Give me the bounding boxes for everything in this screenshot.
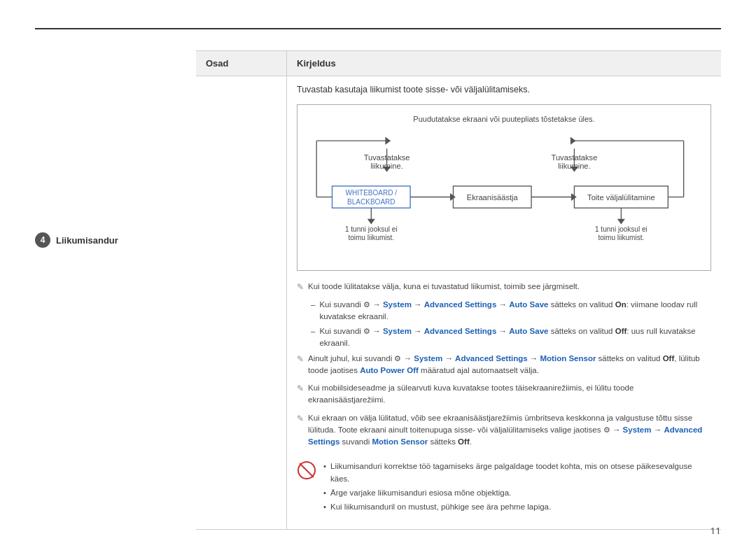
svg-text:WHITEBOARD /: WHITEBOARD / (346, 189, 398, 197)
page-number: 11 (710, 526, 721, 534)
top-line (35, 28, 721, 29)
flow-diagram: Puudutatakse ekraani või puutepliats tõs… (297, 104, 711, 271)
warning-text: • Liikumisanduri korrektse töö tagamisek… (323, 461, 711, 515)
sub-note-1b: – Kui suvandi ⚙ → System → Advanced Sett… (311, 325, 711, 350)
svg-text:toimu liikumist.: toimu liikumist. (348, 234, 394, 241)
sub-note-1a: – Kui suvandi ⚙ → System → Advanced Sett… (311, 299, 711, 323)
col-osad-body (196, 76, 287, 529)
note-text-3: Kui mobiilsideseadme ja sülearvuti kuva … (308, 382, 711, 407)
pencil-icon-1: ✎ (297, 281, 304, 293)
warning-bullet-1: • Liikumisanduri korrektse töö tagamisek… (323, 461, 711, 485)
svg-line-36 (300, 463, 314, 477)
warning-bullet-2: • Ärge varjake liikumisanduri esiosa mõn… (323, 487, 711, 499)
dash-1b: – (311, 325, 315, 337)
note-item-4: ✎ Kui ekraan on välja lülitatud, võib se… (297, 412, 711, 449)
note-item-2: ✎ Ainult juhul, kui suvandi ⚙ → System →… (297, 353, 711, 377)
note-item-1: ✎ Kui toode lülitatakse välja, kuna ei t… (297, 281, 711, 293)
note-text-2: Ainult juhul, kui suvandi ⚙ → System → A… (308, 353, 711, 377)
flow-svg: Tuvastatakse liikumine. Tuvastatakse lii… (309, 133, 699, 258)
sub-note-text-1b: Kui suvandi ⚙ → System → Advanced Settin… (319, 325, 711, 350)
bullet-dot-3: • (323, 501, 326, 513)
svg-text:1 tunni jooksul ei: 1 tunni jooksul ei (345, 225, 398, 233)
svg-marker-26 (385, 137, 391, 145)
svg-marker-22 (570, 137, 576, 145)
bullet-dot-1: • (323, 461, 326, 472)
svg-text:Tuvastatakse: Tuvastatakse (364, 153, 410, 162)
col-kirjeldus-header: Kirjeldus (287, 51, 721, 76)
note-text-1: Kui toode lülitatakse välja, kuna ei tuv… (308, 281, 711, 293)
table-header: Osad Kirjeldus (196, 51, 721, 76)
intro-text: Tuvastab kasutaja liikumist toote sisse-… (297, 85, 711, 94)
dash-1a: – (311, 299, 315, 311)
warning-text-1: Liikumisanduri korrektse töö tagamiseks … (330, 461, 711, 485)
svg-marker-28 (368, 219, 375, 225)
col-kirjeldus-body: Tuvastab kasutaja liikumist toote sisse-… (287, 76, 721, 529)
note-item-3: ✎ Kui mobiilsideseadme ja sülearvuti kuv… (297, 382, 711, 407)
pencil-icon-4: ✎ (297, 412, 304, 425)
note-text-4: Kui ekraan on välja lülitatud, võib see … (308, 412, 711, 449)
col-osad-header: Osad (196, 51, 287, 76)
diagram-top-text: Puudutatakse ekraani või puutepliats tõs… (309, 115, 699, 123)
svg-text:BLACKBOARD: BLACKBOARD (347, 198, 396, 206)
page-container: 4 Liikumisandur Osad Kirjeldus Tuvastab … (0, 0, 756, 534)
svg-text:Tuvastatakse: Tuvastatakse (552, 153, 598, 162)
warning-text-3: Kui liikumisanduril on mustust, pühkige … (330, 501, 551, 513)
feature-number: 4 (35, 232, 50, 248)
warning-block: • Liikumisanduri korrektse töö tagamisek… (297, 455, 711, 521)
feature-label: 4 Liikumisandur (35, 232, 182, 248)
svg-text:toimu liikumist.: toimu liikumist. (598, 234, 644, 241)
feature-title: Liikumisandur (56, 235, 118, 246)
pencil-icon-2: ✎ (297, 353, 304, 365)
table-body: Tuvastab kasutaja liikumist toote sisse-… (196, 76, 721, 529)
right-panel: Osad Kirjeldus Tuvastab kasutaja liikumi… (196, 50, 721, 530)
svg-text:liikumine.: liikumine. (558, 162, 590, 170)
warning-icon (297, 461, 316, 480)
bullet-dot-2: • (323, 487, 326, 499)
svg-text:Toite väljalülitamine: Toite väljalülitamine (587, 193, 655, 202)
sub-note-text-1a: Kui suvandi ⚙ → System → Advanced Settin… (319, 299, 711, 323)
svg-marker-30 (617, 219, 625, 225)
warning-bullet-3: • Kui liikumisanduril on mustust, pühkig… (323, 501, 711, 513)
svg-text:Ekraanisäästja: Ekraanisäästja (467, 193, 519, 202)
pencil-icon-3: ✎ (297, 382, 304, 395)
svg-text:liikumine.: liikumine. (370, 162, 402, 170)
left-panel: 4 Liikumisandur (35, 50, 196, 530)
main-content: 4 Liikumisandur Osad Kirjeldus Tuvastab … (35, 50, 721, 530)
svg-text:1 tunni jooksul ei: 1 tunni jooksul ei (595, 225, 648, 233)
warning-text-2: Ärge varjake liikumisanduri esiosa mõne … (330, 487, 511, 499)
